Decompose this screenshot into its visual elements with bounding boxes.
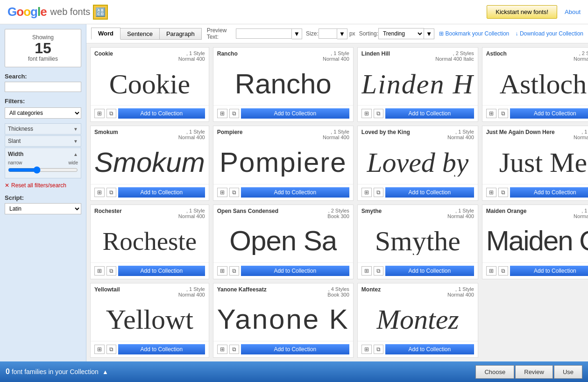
font-copy-icon-button[interactable]: ⧉ [229, 188, 239, 197]
tab-paragraph[interactable]: Paragraph [159, 28, 202, 40]
font-meta: , 1 StyleNormal 400 [323, 129, 349, 140]
font-card: Open Sans Condensed , 2 StylesBook 300 O… [213, 205, 354, 279]
font-add-icon-button[interactable]: ⊞ [361, 188, 372, 197]
font-meta: , 4 StylesBook 300 [327, 286, 349, 297]
font-meta: , 1 StyleNormal 400 [447, 208, 474, 219]
font-card-footer: ⊞ ⧉ Add to Collection [91, 105, 209, 121]
font-copy-icon-button[interactable]: ⧉ [229, 266, 239, 276]
width-slider[interactable] [8, 166, 78, 174]
collection-arrow-icon[interactable]: ▲ [102, 368, 108, 375]
font-name: Rochester [94, 208, 122, 214]
font-card-header: Rochester , 1 StyleNormal 400 [91, 205, 209, 220]
add-to-collection-button[interactable]: Add to Collection [510, 187, 588, 198]
add-to-collection-button[interactable]: Add to Collection [241, 187, 349, 198]
thickness-label: Thickness [8, 126, 33, 132]
font-add-icon-button[interactable]: ⊞ [361, 266, 372, 276]
font-copy-icon-button[interactable]: ⧉ [106, 345, 116, 354]
font-add-icon-button[interactable]: ⊞ [94, 109, 105, 118]
about-link[interactable]: About [565, 8, 581, 15]
font-add-icon-button[interactable]: ⊞ [361, 109, 372, 118]
search-input[interactable] [5, 82, 81, 92]
category-select[interactable]: All categories [5, 107, 81, 119]
tab-word[interactable]: Word [91, 28, 120, 40]
font-meta: , 2 StylesBook 300 [327, 208, 349, 219]
font-add-icon-button[interactable]: ⊞ [486, 188, 496, 197]
size-dropdown-button[interactable]: ▼ [337, 28, 347, 39]
font-name: Montez [361, 286, 381, 293]
add-to-collection-button[interactable]: Add to Collection [118, 108, 205, 119]
font-add-icon-button[interactable]: ⊞ [217, 188, 227, 197]
font-copy-icon-button[interactable]: ⧉ [229, 345, 239, 354]
font-card: Rochester , 1 StyleNormal 400 Rocheste ⊞… [90, 205, 209, 279]
font-preview-text: Montez [376, 305, 459, 333]
download-link[interactable]: ↓ Download your Collection [516, 30, 583, 37]
add-to-collection-button[interactable]: Add to Collection [510, 108, 588, 119]
bookmark-link[interactable]: ⊞ Bookmark your Collection [439, 30, 509, 37]
font-card-header: Yellowtail , 1 StyleNormal 400 [91, 283, 209, 298]
sorting-dropdown-button[interactable]: ▼ [424, 28, 434, 39]
font-card-header: Just Me Again Down Here , 1 StyleNormal … [482, 126, 588, 141]
font-copy-icon-button[interactable]: ⧉ [374, 266, 383, 276]
add-to-collection-button[interactable]: Add to Collection [118, 266, 205, 276]
font-preview-text: Maiden O [486, 227, 588, 255]
font-preview-text: Pompiere [220, 149, 347, 177]
script-select[interactable]: Latin [5, 203, 81, 214]
add-to-collection-button[interactable]: Add to Collection [385, 108, 474, 119]
add-to-collection-button[interactable]: Add to Collection [385, 266, 474, 276]
font-add-icon-button[interactable]: ⊞ [217, 266, 227, 276]
font-card-footer: ⊞ ⧉ Add to Collection [358, 341, 478, 357]
font-add-icon-button[interactable]: ⊞ [486, 266, 496, 276]
font-add-icon-button[interactable]: ⊞ [217, 109, 227, 118]
font-add-icon-button[interactable]: ⊞ [94, 188, 105, 197]
add-to-collection-button[interactable]: Add to Collection [118, 344, 205, 354]
web-fonts-text: web fonts [50, 7, 91, 17]
font-card: Pompiere , 1 StyleNormal 400 Pompiere ⊞ … [213, 126, 354, 200]
add-to-collection-button[interactable]: Add to Collection [241, 266, 349, 276]
font-copy-icon-button[interactable]: ⧉ [229, 109, 239, 118]
choose-button[interactable]: Choose [475, 365, 514, 379]
font-copy-icon-button[interactable]: ⧉ [498, 109, 508, 118]
font-card-header: Cookie , 1 StyleNormal 400 [91, 48, 209, 63]
preview-text-input[interactable] [236, 28, 292, 39]
font-copy-icon-button[interactable]: ⧉ [498, 266, 508, 276]
reset-filters-link[interactable]: ✕ Reset all filters/search [5, 182, 81, 189]
add-to-collection-button[interactable]: Add to Collection [385, 344, 474, 354]
size-input[interactable]: 72 [319, 28, 337, 39]
font-preview: Cookie [91, 63, 209, 105]
logo-icon: 🔠 [93, 5, 108, 20]
font-copy-icon-button[interactable]: ⧉ [106, 188, 116, 197]
width-collapse-icon[interactable]: ▲ [73, 152, 78, 157]
font-copy-icon-button[interactable]: ⧉ [106, 109, 116, 118]
add-to-collection-button[interactable]: Add to Collection [241, 344, 349, 354]
font-copy-icon-button[interactable]: ⧉ [498, 188, 508, 197]
add-to-collection-button[interactable]: Add to Collection [118, 187, 205, 198]
review-button[interactable]: Review [515, 365, 553, 379]
font-meta: , 1 StyleNormal 400 [574, 208, 588, 219]
font-copy-icon-button[interactable]: ⧉ [106, 266, 116, 276]
preview-dropdown-button[interactable]: ▼ [292, 28, 302, 39]
font-copy-icon-button[interactable]: ⧉ [374, 188, 383, 197]
main-content: Word Sentence Paragraph Preview Text: ▼ … [86, 24, 588, 361]
kickstart-button[interactable]: Kickstart new fonts! [487, 5, 557, 19]
font-copy-icon-button[interactable]: ⧉ [374, 109, 383, 118]
font-add-icon-button[interactable]: ⊞ [217, 345, 227, 354]
sorting-select[interactable]: Trending Alphabetical Date Added Popular… [378, 28, 424, 39]
showing-box: Showing 15 font families [5, 29, 81, 67]
add-to-collection-button[interactable]: Add to Collection [241, 108, 349, 119]
tab-sentence[interactable]: Sentence [120, 28, 160, 40]
font-add-icon-button[interactable]: ⊞ [361, 345, 372, 354]
font-card-footer: ⊞ ⧉ Add to Collection [358, 184, 478, 200]
width-section: Width ▲ narrow wide [5, 148, 81, 178]
font-add-icon-button[interactable]: ⊞ [94, 266, 105, 276]
font-copy-icon-button[interactable]: ⧉ [374, 345, 383, 354]
font-name: Yellowtail [94, 286, 120, 293]
add-to-collection-button[interactable]: Add to Collection [510, 266, 588, 276]
font-add-icon-button[interactable]: ⊞ [486, 109, 496, 118]
add-to-collection-button[interactable]: Add to Collection [385, 187, 474, 198]
thickness-filter[interactable]: Thickness ▼ [5, 123, 81, 134]
font-card: Yanone Kaffeesatz , 4 StylesBook 300 Yan… [213, 283, 354, 358]
slant-filter[interactable]: Slant ▼ [5, 135, 81, 147]
font-preview: Smokum [91, 141, 209, 184]
font-add-icon-button[interactable]: ⊞ [94, 345, 105, 354]
use-button[interactable]: Use [554, 365, 582, 379]
